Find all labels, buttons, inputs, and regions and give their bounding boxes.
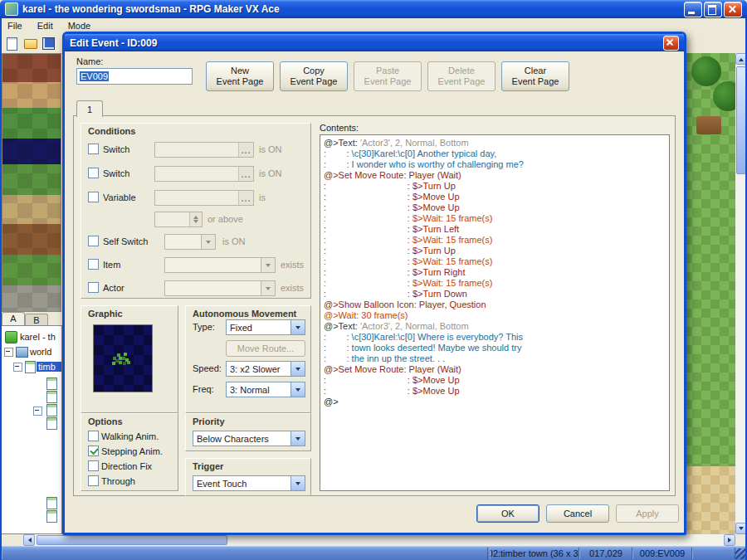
event-command-line[interactable]: : : $>Move Up [324, 386, 666, 397]
map-page-icon[interactable] [46, 391, 57, 403]
event-command-line[interactable]: : : $>Move Up [324, 192, 666, 202]
condition-switch1-input: ... [154, 142, 254, 158]
ok-button[interactable]: OK [476, 504, 540, 523]
event-command-line[interactable]: : : $>Turn Left [324, 224, 666, 235]
condition-self-switch-checkbox[interactable] [88, 236, 99, 246]
palette-tab-a[interactable]: A [2, 312, 25, 326]
event-command-line[interactable]: : : $>Wait: 15 frame(s) [324, 278, 666, 289]
new-project-icon[interactable] [5, 37, 19, 51]
event-command-line[interactable]: : : $>Wait: 15 frame(s) [324, 256, 666, 267]
new-event-page-button[interactable]: New Event Page [206, 61, 274, 91]
tileset-palette[interactable] [2, 53, 61, 312]
edit-event-dialog: Edit Event - ID:009 Name: EV009 New Even… [62, 32, 686, 535]
event-command-line[interactable]: : : I wonder who is worthy of challengin… [324, 159, 666, 170]
event-page-tab-1[interactable]: 1 [76, 100, 103, 117]
expander-icon[interactable] [4, 348, 13, 357]
movement-speed-combo[interactable]: 3: x2 Slower [226, 361, 305, 377]
palette-tab-b[interactable]: B [25, 314, 48, 326]
copy-event-page-button[interactable]: Copy Event Page [280, 61, 348, 91]
map-page-icon[interactable] [46, 377, 57, 390]
priority-combo[interactable]: Below Characters [193, 431, 305, 446]
trigger-combo[interactable]: Event Touch [193, 475, 305, 491]
map-page-icon[interactable] [46, 497, 57, 509]
event-page-pane: Conditions Switch ... is ON Switch ... i… [73, 115, 676, 496]
movement-freq-combo[interactable]: 3: Normal [226, 382, 305, 397]
event-command-line[interactable]: : : \c[30]Karel:\c[0] Where is everybody… [324, 332, 666, 343]
map-page-icon[interactable] [46, 510, 57, 523]
event-command-line[interactable]: : : $>Wait: 15 frame(s) [324, 235, 666, 246]
direction-fix-checkbox[interactable] [88, 460, 99, 471]
tree-item-project[interactable]: karel - th [20, 332, 56, 342]
tree-item-timber-town[interactable]: timb [37, 362, 61, 372]
event-graphic-preview[interactable] [93, 324, 153, 392]
close-button[interactable] [724, 2, 742, 17]
event-command-line[interactable]: : : $>Turn Right [324, 267, 666, 278]
condition-self-switch-label: Self Switch [103, 236, 148, 246]
minimize-button[interactable] [684, 2, 702, 17]
walking-anim-checkbox[interactable] [88, 431, 99, 441]
event-command-line[interactable]: @>Text: 'Actor3', 2, Normal, Bottom [324, 321, 666, 332]
menu-item-mode[interactable]: Mode [61, 21, 99, 31]
map-tree-panel: karel - th world timb [0, 325, 62, 534]
map-h-scrollbar[interactable] [23, 534, 735, 546]
condition-switch1-checkbox[interactable] [88, 144, 99, 154]
expander-icon[interactable] [13, 363, 22, 372]
event-command-line[interactable]: @>Wait: 30 frame(s) [324, 310, 666, 321]
chevron-down-icon[interactable] [290, 382, 305, 397]
menu-item-file[interactable]: File [0, 21, 30, 31]
movement-speed-value: 3: x2 Slower [227, 364, 290, 374]
button-label: Delete [448, 66, 475, 76]
map-page-icon[interactable] [46, 417, 57, 430]
condition-item-checkbox[interactable] [88, 259, 99, 270]
event-command-list[interactable]: @>Text: 'Actor3', 2, Normal, Bottom: : \… [320, 134, 670, 491]
stepping-anim-checkbox[interactable] [88, 446, 99, 456]
h-scroll-thumb[interactable] [37, 535, 227, 545]
open-project-icon[interactable] [23, 37, 37, 51]
expander-icon[interactable] [33, 407, 42, 416]
menu-item-edit[interactable]: Edit [30, 21, 61, 31]
chevron-down-icon[interactable] [290, 362, 305, 376]
event-command-line[interactable]: : : $>Turn Up [324, 181, 666, 192]
button-label: Event Page [512, 76, 559, 87]
event-command-line[interactable]: @>Set Move Route: Player (Wait) [324, 364, 666, 375]
condition-suffix: is ON [222, 236, 246, 246]
event-command-line[interactable]: : : \c[30]Karel:\c[0] Another typical da… [324, 149, 666, 159]
event-command-line[interactable]: @>Set Move Route: Player (Wait) [324, 170, 666, 181]
window-title: karel - the wondering swordsman - RPG Ma… [22, 3, 280, 15]
event-command-line[interactable]: : : $>Turn Down [324, 289, 666, 299]
name-input[interactable]: EV009 [76, 68, 193, 85]
event-command-line[interactable]: : : $>Wait: 15 frame(s) [324, 213, 666, 224]
button-label: Clear [525, 66, 546, 76]
event-command-line[interactable]: @> [324, 397, 666, 407]
condition-suffix: exists [281, 260, 304, 270]
condition-variable-checkbox[interactable] [88, 192, 99, 202]
movement-type-combo[interactable]: Fixed [226, 319, 305, 335]
scroll-left-icon[interactable] [23, 534, 35, 546]
condition-actor-checkbox[interactable] [88, 282, 99, 293]
maximize-button[interactable] [704, 2, 722, 17]
chevron-down-icon[interactable] [290, 320, 305, 334]
condition-switch2-checkbox[interactable] [88, 168, 99, 178]
window-controls [684, 2, 742, 17]
map-page-icon[interactable] [46, 404, 57, 416]
event-command-line[interactable]: : : $>Move Up [324, 202, 666, 213]
event-command-line[interactable]: @>Text: 'Actor3', 2, Normal, Bottom [324, 138, 666, 149]
tree-item-world[interactable]: world [30, 347, 51, 357]
event-command-line[interactable]: : : the inn up the street. . . [324, 353, 666, 364]
event-command-line[interactable]: : : town looks deserted! Maybe we should… [324, 343, 666, 353]
graphic-group: Graphic [81, 305, 178, 413]
map-roof-tile [696, 116, 721, 134]
cancel-button[interactable]: Cancel [546, 504, 609, 523]
dialog-close-button[interactable] [663, 36, 679, 51]
clear-event-page-button[interactable]: Clear Event Page [501, 61, 569, 91]
event-command-line[interactable]: : : $>Turn Up [324, 246, 666, 256]
chevron-down-icon[interactable] [290, 431, 305, 446]
event-command-line[interactable]: @>Show Balloon Icon: Player, Question [324, 299, 666, 310]
save-project-icon[interactable] [42, 37, 56, 51]
chevron-down-icon[interactable] [290, 476, 305, 490]
speed-label: Speed: [193, 363, 222, 373]
scroll-right-icon[interactable] [724, 534, 735, 546]
event-command-line[interactable]: : : $>Move Up [324, 375, 666, 386]
through-checkbox[interactable] [88, 475, 99, 486]
status-blank-segment [2, 548, 488, 559]
